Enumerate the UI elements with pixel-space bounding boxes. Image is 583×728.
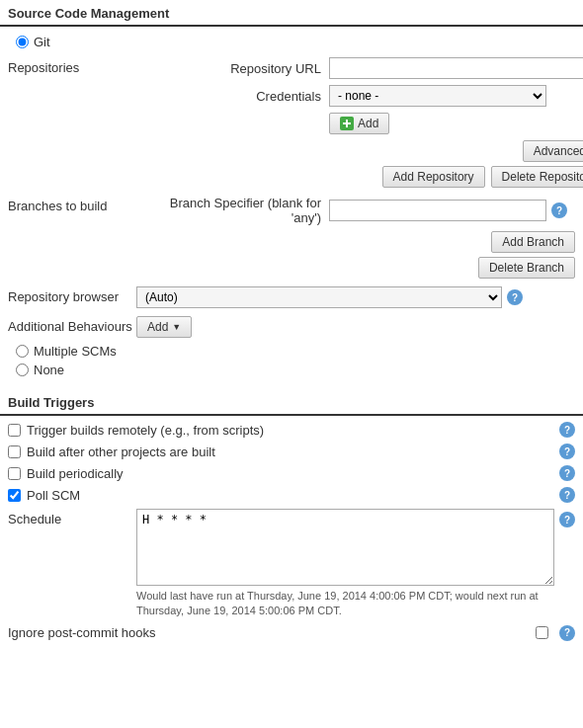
branch-specifier-row: Branch Specifier (blank for 'any') */mas… (136, 196, 575, 225)
add-credentials-label: Add (358, 117, 378, 130)
build-triggers-section: Build Triggers Trigger builds remotely (… (0, 389, 583, 653)
delete-branch-button[interactable]: Delete Branch (478, 257, 575, 279)
add-behaviours-label: Add (147, 320, 168, 334)
trigger-remotely-row: Trigger builds remotely (e.g., from scri… (8, 422, 575, 438)
multiple-scms-row: Multiple SCMs (8, 344, 575, 359)
repo-browser-row: Repository browser (Auto) ? (8, 286, 575, 308)
additional-behaviours-row: Additional Behaviours Add ▼ (8, 316, 575, 338)
build-after-checkbox[interactable] (8, 445, 21, 458)
branch-action-buttons: Add Branch (136, 231, 575, 253)
schedule-content: H * * * * ? Would last have run at Thurs… (136, 509, 575, 619)
add-repository-button[interactable]: Add Repository (382, 166, 485, 188)
credentials-label: Credentials (136, 89, 329, 104)
repo-url-input[interactable]: https://github.com/santoslab/aadl-transl… (329, 57, 583, 79)
build-after-label: Build after other projects are built (27, 445, 554, 459)
repo-browser-select[interactable]: (Auto) (136, 286, 502, 308)
schedule-help-icon[interactable]: ? (559, 512, 575, 527)
add-behaviours-button[interactable]: Add ▼ (136, 316, 192, 338)
trigger-remotely-checkbox[interactable] (8, 424, 21, 437)
credentials-row: Credentials - none - (136, 85, 583, 107)
poll-scm-label: Poll SCM (27, 488, 554, 503)
branches-row: Branches to build Branch Specifier (blan… (8, 196, 575, 279)
dropdown-arrow-icon: ▼ (172, 322, 181, 332)
ignore-post-commit-label: Ignore post-commit hooks (8, 625, 530, 640)
trigger-remotely-label: Trigger builds remotely (e.g., from scri… (27, 423, 554, 438)
build-triggers-header: Build Triggers (0, 389, 583, 416)
multiple-scms-radio[interactable] (16, 345, 29, 358)
schedule-note: Would last have run at Thursday, June 19… (136, 589, 575, 619)
branch-specifier-input[interactable]: */master (329, 200, 546, 221)
repo-action-buttons: Advanced... (136, 140, 583, 162)
build-after-help-icon[interactable]: ? (559, 444, 575, 459)
poll-scm-checkbox[interactable] (8, 489, 21, 502)
add-cred-icon (340, 117, 354, 130)
advanced-button[interactable]: Advanced... (523, 140, 583, 162)
add-credentials-row: Add (136, 113, 583, 134)
additional-behaviours-label: Additional Behaviours (8, 316, 136, 334)
branch-specifier-label: Branch Specifier (blank for 'any') (136, 196, 329, 225)
ignore-post-commit-checkbox[interactable] (536, 626, 548, 639)
none-label: None (34, 363, 64, 377)
repositories-row: Repositories Repository URL https://gith… (8, 57, 575, 188)
delete-repository-button[interactable]: Delete Repository (491, 166, 583, 188)
repo-add-delete-buttons: Add Repository Delete Repository (136, 166, 583, 188)
none-radio-row: None (8, 363, 575, 377)
branches-content: Branch Specifier (blank for 'any') */mas… (136, 196, 575, 279)
repo-url-row: Repository URL https://github.com/santos… (136, 57, 583, 79)
credentials-select[interactable]: - none - (329, 85, 546, 107)
build-periodically-help-icon[interactable]: ? (559, 465, 575, 481)
repo-browser-label: Repository browser (8, 286, 136, 304)
repositories-label: Repositories (8, 57, 136, 75)
repo-url-label: Repository URL (136, 61, 329, 76)
schedule-label: Schedule (8, 509, 136, 526)
add-credentials-button[interactable]: Add (329, 113, 389, 134)
additional-behaviours-content: Add ▼ (136, 316, 575, 338)
trigger-remotely-help-icon[interactable]: ? (559, 422, 575, 438)
poll-scm-help-icon[interactable]: ? (559, 487, 575, 503)
poll-scm-row: Poll SCM ? (8, 487, 575, 503)
ignore-post-commit-row: Ignore post-commit hooks ? (8, 625, 575, 641)
add-branch-button[interactable]: Add Branch (491, 231, 575, 253)
schedule-row: Schedule H * * * * ? Would last have run… (8, 509, 575, 619)
build-periodically-label: Build periodically (27, 466, 554, 481)
multiple-scms-label: Multiple SCMs (34, 344, 117, 359)
git-radio[interactable] (16, 36, 29, 48)
repo-browser-content: (Auto) ? (136, 286, 575, 308)
repositories-content: Repository URL https://github.com/santos… (136, 57, 583, 188)
ignore-post-commit-help-icon[interactable]: ? (559, 625, 575, 641)
schedule-textarea[interactable]: H * * * * (136, 509, 554, 586)
branch-specifier-help-icon[interactable]: ? (551, 202, 567, 218)
build-after-row: Build after other projects are built ? (8, 444, 575, 459)
none-radio[interactable] (16, 364, 29, 376)
scm-section: Source Code Management Git Repositories … (0, 0, 583, 389)
build-periodically-checkbox[interactable] (8, 467, 21, 480)
branch-delete-buttons: Delete Branch (136, 257, 575, 279)
git-label: Git (34, 35, 50, 49)
scm-header: Source Code Management (0, 0, 583, 27)
git-radio-row: Git (8, 35, 575, 49)
repo-browser-help-icon[interactable]: ? (507, 289, 523, 305)
branches-label: Branches to build (8, 196, 136, 213)
build-periodically-row: Build periodically ? (8, 465, 575, 481)
